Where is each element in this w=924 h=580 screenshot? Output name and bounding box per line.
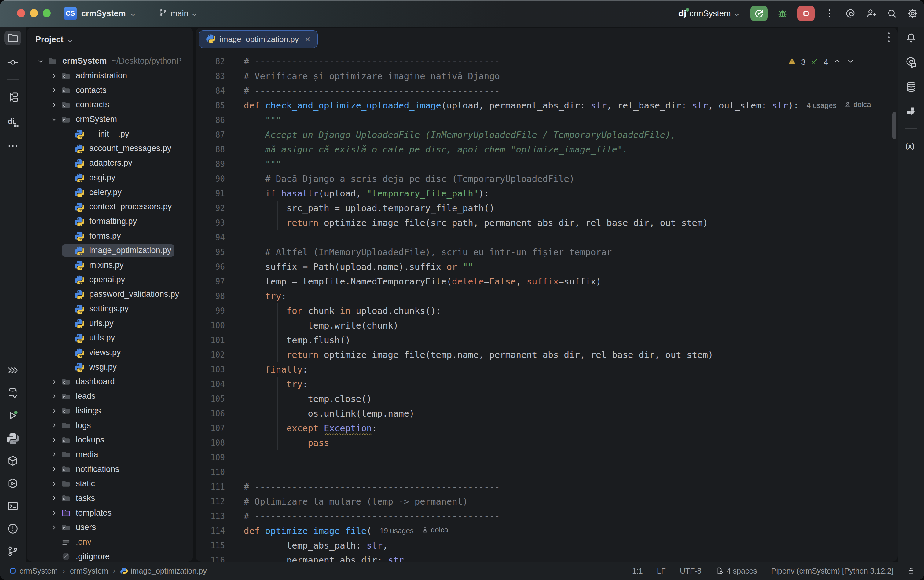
- code-line-88[interactable]: 88 mă asigur că există o cale pe disc, a…: [196, 142, 898, 157]
- code-text[interactable]: """: [244, 159, 281, 169]
- line-number[interactable]: 101: [196, 336, 234, 345]
- usages-inlay[interactable]: 4 usages: [807, 101, 836, 110]
- tree-item-account_messages.py[interactable]: account_messages.py: [27, 141, 193, 156]
- code-line-104[interactable]: 104 try:: [196, 377, 898, 391]
- stripe-button-database-tool[interactable]: [903, 79, 920, 94]
- code-text[interactable]: def optimize_image_file(19 usagesdolca: [244, 526, 448, 536]
- breadcrumb-item-crmSystem[interactable]: crmSystem: [9, 567, 58, 575]
- line-number[interactable]: 90: [196, 174, 234, 183]
- line-number[interactable]: 100: [196, 321, 234, 330]
- line-number[interactable]: 83: [196, 71, 234, 81]
- status-line-separator[interactable]: LF: [657, 567, 666, 575]
- code-line-114[interactable]: 114def optimize_image_file(19 usagesdolc…: [196, 524, 898, 538]
- line-number[interactable]: 82: [196, 57, 234, 66]
- stripe-button-project-folder[interactable]: [4, 31, 21, 45]
- tree-item-wsgi.py[interactable]: wsgi.py: [27, 360, 193, 374]
- tree-item-templates[interactable]: templates: [27, 506, 193, 520]
- branch-widget[interactable]: main ⌄: [158, 8, 197, 19]
- line-number[interactable]: 94: [196, 233, 234, 242]
- stripe-button-python-packages[interactable]: [4, 453, 21, 468]
- line-number[interactable]: 98: [196, 292, 234, 301]
- tree-item-contracts[interactable]: contracts: [27, 97, 193, 112]
- code-text[interactable]: try:: [244, 379, 308, 389]
- line-number[interactable]: 114: [196, 526, 234, 536]
- tree-item-asgi.py[interactable]: asgi.py: [27, 171, 193, 185]
- stripe-button-django-structure[interactable]: di: [4, 114, 21, 129]
- status-caret-position[interactable]: 1:1: [632, 567, 643, 575]
- line-number[interactable]: 86: [196, 115, 234, 125]
- stripe-button-notifications[interactable]: [903, 31, 920, 45]
- line-number[interactable]: 106: [196, 409, 234, 418]
- tree-item-mixins.py[interactable]: mixins.py: [27, 258, 193, 273]
- tree-item-urls.py[interactable]: urls.py: [27, 316, 193, 331]
- project-name[interactable]: crmSystem: [81, 9, 126, 18]
- code-line-112[interactable]: 112# Optimizare la mutare (temp -> perma…: [196, 494, 898, 509]
- chevron-right-icon[interactable]: [48, 450, 60, 458]
- code-text[interactable]: # Optimizare la mutare (temp -> permanen…: [244, 496, 468, 507]
- tree-item-media[interactable]: media: [27, 447, 193, 462]
- code-line-110[interactable]: 110: [196, 465, 898, 479]
- stripe-button-run[interactable]: [4, 408, 21, 423]
- line-number[interactable]: 111: [196, 482, 234, 491]
- code-line-89[interactable]: 89 """: [196, 157, 898, 171]
- chevron-right-icon[interactable]: [48, 524, 60, 531]
- code-line-82[interactable]: 82# ------------------------------------…: [196, 54, 898, 69]
- chevron-right-icon[interactable]: [48, 86, 60, 94]
- breadcrumb-item-image_optimization.py[interactable]: image_optimization.py: [120, 567, 207, 575]
- code-line-102[interactable]: 102 return optimize_image_file(temp.name…: [196, 348, 898, 362]
- more-vertical-button[interactable]: [824, 8, 835, 19]
- run-configuration[interactable]: dj crmSystem ⌄: [679, 9, 740, 18]
- code-text[interactable]: permanent_abs_dir: str,: [244, 555, 409, 562]
- usages-inlay[interactable]: 19 usages: [380, 527, 414, 535]
- chevron-down-icon[interactable]: [35, 57, 46, 65]
- add-user-button[interactable]: [865, 8, 877, 19]
- chevron-right-icon[interactable]: [48, 378, 60, 386]
- tree-item-celery.py[interactable]: celery.py: [27, 185, 193, 199]
- code-text[interactable]: # --------------------------------------…: [244, 511, 500, 521]
- code-line-103[interactable]: 103 finally:: [196, 362, 898, 377]
- code-text[interactable]: # --------------------------------------…: [244, 86, 500, 96]
- tree-item-context_processors.py[interactable]: context_processors.py: [27, 199, 193, 214]
- line-number[interactable]: 109: [196, 453, 234, 462]
- author-inlay[interactable]: dolca: [844, 100, 871, 109]
- editor-vertical-scrollbar[interactable]: [892, 112, 896, 139]
- stripe-button-ai-assistant-tool[interactable]: [903, 55, 920, 70]
- code-line-95[interactable]: 95 # Altfel (InMemoryUploadedFile), scri…: [196, 245, 898, 259]
- line-number[interactable]: 108: [196, 438, 234, 447]
- line-number[interactable]: 112: [196, 497, 234, 506]
- chevron-right-icon[interactable]: [48, 509, 60, 517]
- debug-button[interactable]: [777, 8, 788, 19]
- stripe-button-version-control[interactable]: [4, 544, 21, 559]
- code-line-94[interactable]: 94: [196, 230, 898, 245]
- author-inlay[interactable]: dolca: [422, 526, 448, 534]
- chevron-right-icon[interactable]: [48, 407, 60, 415]
- chevron-right-icon[interactable]: [48, 72, 60, 80]
- search-button[interactable]: [886, 8, 898, 19]
- code-line-85[interactable]: 85def check_and_optimize_uploaded_image(…: [196, 98, 898, 113]
- code-text[interactable]: temp.flush(): [244, 335, 351, 345]
- code-line-86[interactable]: 86 """: [196, 113, 898, 127]
- tree-item-listings[interactable]: listings: [27, 404, 193, 419]
- code-line-106[interactable]: 106 os.unlink(temp.name): [196, 406, 898, 421]
- code-line-100[interactable]: 100 temp.write(chunk): [196, 318, 898, 333]
- code-line-115[interactable]: 115 temp_abs_path: str,: [196, 538, 898, 553]
- status-write-access-lock[interactable]: [908, 567, 916, 575]
- line-number[interactable]: 99: [196, 306, 234, 315]
- tree-item-forms.py[interactable]: forms.py: [27, 229, 193, 243]
- code-line-101[interactable]: 101 temp.flush(): [196, 333, 898, 348]
- stripe-button-services[interactable]: [4, 476, 21, 491]
- line-number[interactable]: 115: [196, 541, 234, 550]
- tree-item-settings.py[interactable]: settings.py: [27, 302, 193, 316]
- code-text[interactable]: src_path = upload.temporary_file_path(): [244, 203, 495, 213]
- tree-item-administration[interactable]: administration: [27, 68, 193, 83]
- tree-item-crmSystem[interactable]: crmSystem: [27, 112, 193, 127]
- line-number[interactable]: 92: [196, 204, 234, 213]
- tree-item-.env[interactable]: .env: [27, 535, 193, 549]
- tab-image-optimization[interactable]: image_optimization.py ×: [199, 30, 318, 48]
- tree-item-dashboard[interactable]: dashboard: [27, 374, 193, 389]
- project-icon-badge[interactable]: CS: [64, 7, 77, 20]
- line-number[interactable]: 91: [196, 189, 234, 198]
- restart-run-button[interactable]: [751, 5, 768, 21]
- line-number[interactable]: 95: [196, 247, 234, 257]
- code-text[interactable]: mă asigur că există o cale pe disc, apoi…: [244, 144, 628, 155]
